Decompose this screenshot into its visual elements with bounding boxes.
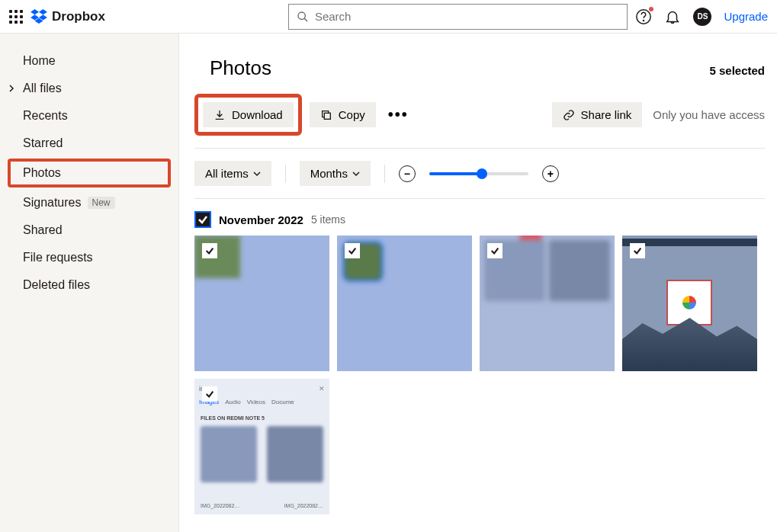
photo-checkbox[interactable] <box>487 243 502 258</box>
zoom-out-button[interactable]: − <box>399 165 416 182</box>
zoom-in-button[interactable]: + <box>542 165 559 182</box>
download-highlight: Download <box>194 94 302 136</box>
sidebar-item-signatures[interactable]: SignaturesNew <box>0 189 178 216</box>
sidebar-item-recents[interactable]: Recents <box>0 102 178 130</box>
dropbox-icon <box>31 9 47 24</box>
download-label: Download <box>232 108 283 121</box>
check-icon <box>197 214 208 225</box>
photo-thumbnail[interactable] <box>337 236 472 371</box>
group-count: 5 items <box>311 213 345 226</box>
check-icon <box>633 246 642 255</box>
search-box[interactable] <box>288 4 628 30</box>
bell-icon <box>664 8 681 25</box>
logo-text: Dropbox <box>52 9 105 24</box>
share-label: Share link <box>581 108 632 121</box>
thumb-section-label: FILES ON REDMI NOTE 5 <box>201 415 265 421</box>
download-icon <box>214 109 226 121</box>
photo-checkbox[interactable] <box>630 243 645 258</box>
sidebar-item-label: Starred <box>23 136 63 150</box>
sidebar-item-deleted[interactable]: Deleted files <box>0 271 178 299</box>
selection-count: 5 selected <box>709 64 765 77</box>
photo-thumbnail[interactable]: img✕ ImagesAudioVideosDocume FILES ON RE… <box>194 379 329 514</box>
action-toolbar: Download Copy ••• Share link Only you ha… <box>194 94 765 149</box>
sidebar-item-allfiles[interactable]: All files <box>0 75 178 102</box>
page-title: Photos <box>210 56 271 80</box>
notification-dot <box>649 7 653 11</box>
photo-group: November 2022 5 items <box>194 199 765 514</box>
chevron-right-icon <box>8 85 15 92</box>
avatar[interactable]: DS <box>693 8 711 26</box>
sidebar-item-shared[interactable]: Shared <box>0 216 178 244</box>
svg-point-3 <box>644 20 644 21</box>
sidebar-item-photos[interactable]: Photos <box>8 159 171 187</box>
sidebar-item-label: Deleted files <box>23 278 90 292</box>
svg-point-0 <box>298 12 305 19</box>
photo-thumbnail[interactable] <box>194 236 329 371</box>
top-header: Dropbox DS Upgrade <box>0 0 777 34</box>
sidebar-item-starred[interactable]: Starred <box>0 130 178 157</box>
search-icon <box>297 11 309 23</box>
zoom-slider[interactable] <box>429 172 528 175</box>
access-text: Only you have access <box>653 108 765 121</box>
group-title: November 2022 <box>219 213 303 226</box>
chevron-down-icon <box>253 170 261 178</box>
link-icon <box>563 109 575 121</box>
photo-thumbnail[interactable] <box>480 236 615 371</box>
check-icon <box>205 246 214 255</box>
divider <box>384 165 385 183</box>
download-button[interactable]: Download <box>203 102 294 127</box>
check-icon <box>490 246 499 255</box>
header-right: DS Upgrade <box>635 8 768 26</box>
main-content: Photos 5 selected Download Copy ••• Shar… <box>179 34 777 532</box>
copy-label: Copy <box>339 108 365 121</box>
svg-rect-4 <box>324 113 330 119</box>
new-badge: New <box>88 197 115 209</box>
share-link-button[interactable]: Share link <box>552 102 643 127</box>
search-input[interactable] <box>315 10 620 23</box>
group-checkbox[interactable] <box>194 211 211 228</box>
filter-bar: All items Months − + <box>194 149 765 199</box>
close-icon: ✕ <box>319 385 325 396</box>
photo-thumbnail[interactable] <box>622 236 757 371</box>
photo-checkbox[interactable] <box>345 243 360 258</box>
sidebar-item-filerequests[interactable]: File requests <box>0 244 178 271</box>
help-button[interactable] <box>635 8 652 25</box>
upgrade-link[interactable]: Upgrade <box>724 10 768 23</box>
filter-grouping[interactable]: Months <box>300 161 371 186</box>
divider <box>285 165 286 183</box>
sidebar-item-label: Signatures <box>23 196 82 210</box>
photo-checkbox[interactable] <box>202 386 217 402</box>
slider-fill <box>429 172 479 175</box>
filter-items[interactable]: All items <box>194 161 271 186</box>
filter-items-label: All items <box>205 167 249 180</box>
copy-button[interactable]: Copy <box>310 102 376 127</box>
copy-icon <box>320 109 332 121</box>
slider-knob[interactable] <box>477 168 487 179</box>
sidebar-item-label: Shared <box>23 223 63 237</box>
svg-line-1 <box>304 18 307 21</box>
sidebar-item-label: Recents <box>23 109 68 123</box>
photo-grid: img✕ ImagesAudioVideosDocume FILES ON RE… <box>194 236 765 514</box>
sidebar-item-label: Home <box>23 54 56 68</box>
sidebar: Home All files Recents Starred Photos Si… <box>0 34 179 532</box>
notifications-button[interactable] <box>664 8 681 25</box>
dropbox-logo[interactable]: Dropbox <box>31 9 105 24</box>
photo-checkbox[interactable] <box>202 243 217 258</box>
filter-grouping-label: Months <box>310 167 348 180</box>
sidebar-item-label: Photos <box>23 166 61 180</box>
app-launcher-icon[interactable] <box>9 10 23 24</box>
sidebar-item-home[interactable]: Home <box>0 47 178 75</box>
sidebar-item-label: All files <box>23 82 62 95</box>
more-actions-button[interactable]: ••• <box>384 106 413 123</box>
chevron-down-icon <box>352 170 360 178</box>
check-icon <box>348 246 357 255</box>
group-header: November 2022 5 items <box>194 211 765 228</box>
check-icon <box>205 389 214 399</box>
sidebar-item-label: File requests <box>23 251 93 264</box>
